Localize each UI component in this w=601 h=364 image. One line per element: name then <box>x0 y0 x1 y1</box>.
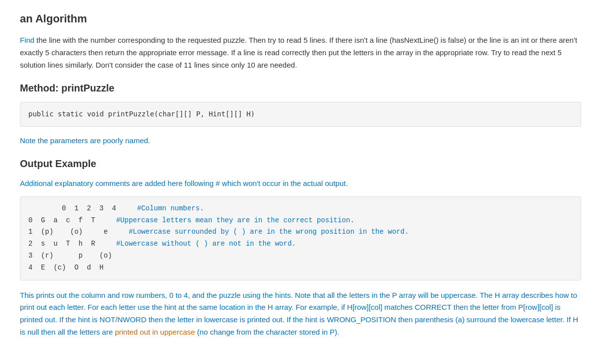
method-signature-block: public static void printPuzzle(char[][] … <box>20 102 581 126</box>
output-line-2: 1 (p) (o) e #Lowercase surrounded by ( )… <box>28 226 573 238</box>
page-top-heading: an Algorithm <box>20 10 581 27</box>
output-line-5-code: 4 E (c) O d H <box>28 264 103 272</box>
method-signature-code: public static void printPuzzle(char[][] … <box>28 110 255 118</box>
method-heading: Method: printPuzzle <box>20 80 581 96</box>
output-code-block: 0 1 2 3 4 #Column numbers. 0 G a c f T #… <box>20 196 581 280</box>
output-line-2-code: 1 (p) (o) e <box>28 228 108 236</box>
intro-text-1: the line with the number corresponding t… <box>20 36 577 69</box>
output-line-3-code: 2 s u T h R <box>28 240 95 248</box>
output-line-4-code: 3 (r) p (o) <box>28 252 112 260</box>
additional-text: Additional explanatory comments are adde… <box>20 178 581 189</box>
intro-find: Find <box>20 36 34 44</box>
output-line-0: 0 1 2 3 4 #Column numbers. <box>28 203 573 215</box>
output-heading: Output Example <box>20 156 581 172</box>
note-text: Note the parameters are poorly named. <box>20 135 581 147</box>
output-line-4: 3 (r) p (o) <box>28 250 573 262</box>
output-line-3: 2 s u T h R #Lowercase without ( ) are n… <box>28 238 573 250</box>
output-line-1: 0 G a c f T #Uppercase letters mean they… <box>28 215 573 227</box>
output-line-0-comment: #Column numbers. <box>120 204 204 212</box>
output-line-5: 4 E (c) O d H <box>28 262 573 274</box>
output-line-2-comment: #Lowercase surrounded by ( ) are in the … <box>112 228 409 236</box>
bottom-paragraph: This prints out the column and row numbe… <box>20 289 581 339</box>
output-line-0-code: 0 1 2 3 4 <box>28 204 116 212</box>
printed-out-text: printed out in uppercase <box>115 328 195 336</box>
output-line-3-comment: #Lowercase without ( ) are not in the wo… <box>100 240 296 248</box>
output-line-1-code: 0 G a c f T <box>28 216 95 224</box>
intro-paragraph: Find the line with the number correspond… <box>20 34 581 71</box>
output-line-1-comment: #Uppercase letters mean they are in the … <box>100 216 354 224</box>
